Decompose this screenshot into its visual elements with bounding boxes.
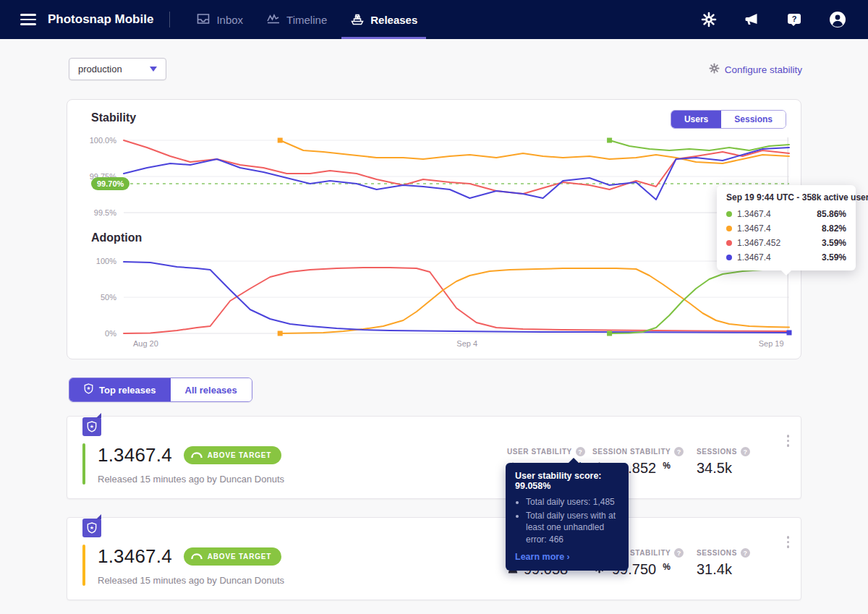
toggle-sessions-button[interactable]: Sessions [721, 111, 786, 128]
nav-divider [169, 12, 170, 27]
chevron-down-icon [150, 67, 157, 72]
release-card[interactable]: ★ 1.3467.4 ABOVE TARGET Released 15 minu… [67, 517, 801, 600]
svg-text:50%: 50% [101, 293, 116, 302]
broadcast-megaphone-icon[interactable] [744, 12, 760, 27]
top-navbar: Photosnap Mobile Inbox Timeline Releases… [0, 0, 868, 39]
series-name: 1.3467.4 [737, 223, 771, 234]
tooltip-title: User stability score: 99.058% [515, 471, 619, 491]
tooltip-row: 1.3467.452 3.59% [726, 238, 846, 248]
help-circle-icon[interactable]: ? [674, 548, 684, 558]
svg-text:0%: 0% [105, 329, 116, 338]
stability-adoption-panel: Stability Users Sessions 100.0%99.75%99.… [67, 99, 801, 359]
percent-sign: % [663, 461, 671, 471]
environment-dropdown[interactable]: production [69, 58, 166, 80]
adoption-heading: Adoption [91, 231, 142, 244]
svg-text:★: ★ [90, 424, 94, 429]
nav-item-inbox[interactable]: Inbox [184, 0, 255, 39]
help-circle-icon[interactable]: ? [674, 447, 684, 456]
stability-heading: Stability [91, 111, 136, 124]
top-releases-label: Top releases [99, 385, 156, 396]
series-dot-blue [726, 255, 732, 260]
series-dot-orange [726, 226, 732, 231]
releases-filter-toggle: ★ Top releases All releases [69, 378, 252, 402]
user-stability-label: USER STABILITY [507, 448, 572, 456]
help-circle-icon[interactable]: ? [576, 447, 585, 456]
timeline-icon [266, 13, 281, 27]
more-options-menu[interactable] [786, 532, 791, 552]
release-meta: Released 15 minutes ago by Duncan Donuts [98, 575, 284, 586]
nav-item-inbox-label: Inbox [216, 14, 243, 26]
nav-item-timeline[interactable]: Timeline [255, 0, 339, 39]
svg-text:★: ★ [87, 385, 91, 391]
svg-text:Sep 19: Sep 19 [759, 339, 784, 348]
status-badge-label: ABOVE TARGET [208, 553, 271, 560]
top-release-shield-badge: ★ [82, 519, 101, 537]
status-badge: ABOVE TARGET [184, 446, 281, 464]
ship-icon [350, 12, 365, 27]
top-release-shield-badge: ★ [82, 417, 101, 436]
release-version-link[interactable]: 1.3467.4 [98, 444, 172, 466]
toggle-users-button[interactable]: Users [671, 111, 721, 128]
series-dot-green [726, 211, 732, 217]
nav-right-icons: ? [701, 11, 846, 28]
tooltip-row: 1.3467.4 3.59% [726, 252, 846, 263]
release-card[interactable]: ★ 1.3467.4 ABOVE TARGET Released 15 minu… [67, 416, 801, 499]
svg-text:99.5%: 99.5% [94, 208, 116, 217]
nav-item-releases[interactable]: Releases [339, 0, 429, 39]
user-avatar-icon[interactable] [829, 11, 846, 28]
svg-text:?: ? [792, 14, 797, 23]
chart-tooltip: Sep 19 9:44 UTC - 358k active users 1.34… [717, 185, 856, 270]
tooltip-bullet: Total daily users: 1,485 [526, 496, 619, 508]
series-value: 85.86% [817, 209, 846, 219]
sessions-value: 31.4k [697, 561, 732, 578]
help-circle-icon[interactable]: ? [741, 447, 750, 456]
help-icon[interactable]: ? [786, 12, 802, 27]
shield-icon: ★ [84, 383, 93, 396]
release-meta: Released 15 minutes ago by Duncan Donuts [98, 474, 284, 485]
session-stability-label: SESSION STABILITY [592, 448, 671, 456]
release-accent-bar [82, 443, 85, 485]
release-version-link[interactable]: 1.3467.4 [98, 545, 172, 568]
status-badge: ABOVE TARGET [184, 547, 281, 566]
percent-sign: % [663, 562, 671, 572]
gear-icon [709, 63, 720, 76]
tooltip-row: 1.3467.4 8.82% [726, 223, 846, 234]
app-title: Photosnap Mobile [48, 12, 153, 27]
learn-more-link[interactable]: Learn more › [515, 552, 619, 562]
svg-text:100%: 100% [96, 257, 116, 265]
configure-stability-link[interactable]: Configure stability [709, 63, 802, 76]
series-name: 1.3467.452 [737, 238, 780, 248]
settings-gear-icon[interactable] [701, 12, 717, 27]
user-stability-tooltip: User stability score: 99.058% Total dail… [506, 463, 629, 571]
svg-text:100.0%: 100.0% [90, 136, 117, 145]
svg-text:Aug 20: Aug 20 [133, 339, 158, 348]
release-accent-bar [82, 545, 85, 586]
top-releases-button[interactable]: ★ Top releases [69, 378, 171, 401]
series-name: 1.3467.4 [737, 252, 771, 263]
all-releases-label: All releases [185, 385, 237, 396]
adoption-chart[interactable]: 100%50%0%Aug 20Sep 4Sep 19 [124, 261, 789, 333]
status-badge-label: ABOVE TARGET [208, 451, 271, 459]
sessions-stat: SESSIONS? 31.4k [697, 548, 750, 578]
stability-threshold-badge: 99.70% [91, 177, 129, 190]
tooltip-row: 1.3467.4 85.86% [726, 209, 846, 219]
all-releases-button[interactable]: All releases [171, 378, 252, 401]
series-value: 8.82% [822, 223, 846, 234]
users-sessions-toggle: Users Sessions [671, 110, 786, 129]
series-value: 3.59% [822, 238, 846, 248]
hamburger-menu-icon[interactable] [20, 11, 36, 28]
series-name: 1.3467.4 [737, 209, 771, 219]
help-circle-icon[interactable]: ? [741, 548, 750, 558]
nav-item-releases-label: Releases [370, 14, 417, 26]
stability-chart[interactable]: 100.0%99.75%99.5% [124, 140, 789, 213]
svg-text:★: ★ [90, 525, 94, 530]
gauge-icon [191, 553, 203, 561]
sessions-label: SESSIONS [697, 448, 737, 456]
series-dot-red [726, 240, 732, 246]
nav-item-timeline-label: Timeline [286, 14, 327, 26]
series-value: 3.59% [822, 252, 846, 263]
sessions-label: SESSIONS [697, 549, 737, 557]
chart-tooltip-title: Sep 19 9:44 UTC - 358k active users [726, 192, 846, 202]
configure-stability-label: Configure stability [725, 64, 802, 75]
more-options-menu[interactable] [786, 431, 791, 451]
